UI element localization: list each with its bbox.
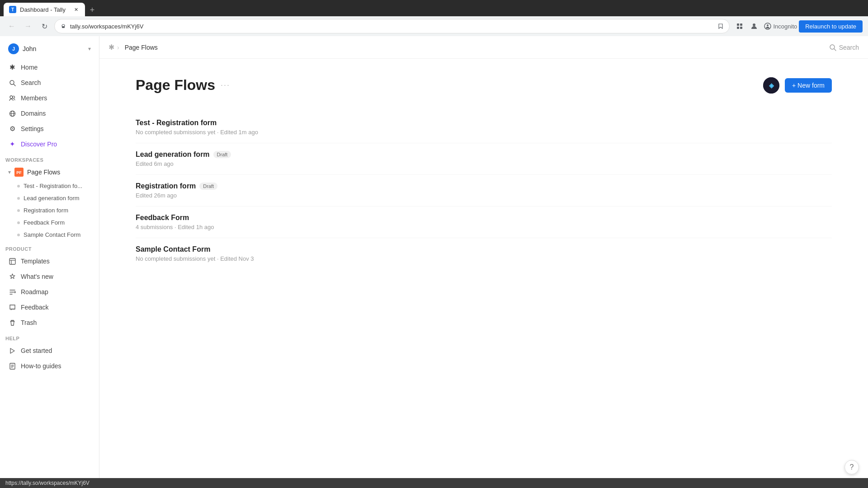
new-tab-button[interactable]: + xyxy=(86,4,99,16)
user-name: John xyxy=(23,45,85,52)
svg-rect-3 xyxy=(62,26,65,28)
sidebar-item-label: Search xyxy=(21,79,91,86)
breadcrumb-current[interactable]: Page Flows xyxy=(122,42,160,52)
reload-button[interactable]: ↻ xyxy=(38,20,51,33)
sidebar-form-lead-gen[interactable]: Lead generation form xyxy=(3,192,96,204)
form-name: Feedback Form xyxy=(136,214,189,222)
form-item-title-row: Sample Contact Form xyxy=(136,245,832,253)
workspaces-section-label: Workspaces xyxy=(0,152,99,164)
form-indicator xyxy=(17,209,20,212)
feedback-icon xyxy=(8,303,16,311)
form-meta: Edited 6m ago xyxy=(136,160,832,167)
sidebar-item-label: Discover Pro xyxy=(21,141,91,148)
sidebar-item-label: Templates xyxy=(21,258,91,265)
form-indicator xyxy=(17,197,20,200)
nav-bar: ← → ↻ tally.so/workspaces/mKYj6V Incogni… xyxy=(0,16,868,36)
sidebar-item-home[interactable]: ✱ Home xyxy=(3,60,96,75)
sidebar-item-trash[interactable]: Trash xyxy=(3,315,96,330)
svg-rect-7 xyxy=(740,27,742,29)
form-indicator xyxy=(17,185,20,188)
roadmap-icon xyxy=(8,288,16,296)
sidebar-form-test-reg[interactable]: Test - Registration fo... xyxy=(3,180,96,192)
sidebar-item-label: Members xyxy=(21,94,91,102)
workspace-avatar: ◈ xyxy=(763,77,779,94)
sidebar-form-registration[interactable]: Registration form xyxy=(3,205,96,216)
help-button[interactable]: ? xyxy=(844,460,859,474)
bookmark-icon[interactable] xyxy=(717,23,724,29)
sidebar-item-get-started[interactable]: Get started xyxy=(3,343,96,358)
svg-point-23 xyxy=(14,291,15,293)
form-name: Test - Registration form xyxy=(136,119,217,127)
workspace-breadcrumb-icon[interactable]: ✱ xyxy=(108,43,114,52)
form-indicator xyxy=(17,234,20,236)
page-options-button[interactable]: ··· xyxy=(221,80,230,90)
sidebar-item-feedback[interactable]: Feedback xyxy=(3,300,96,314)
header-search[interactable]: Search xyxy=(829,44,859,51)
forward-button[interactable]: → xyxy=(22,20,34,33)
form-meta: Edited 26m ago xyxy=(136,192,832,199)
help-icon: ? xyxy=(850,463,854,471)
workspace-page-flows[interactable]: ▾ PF Page Flows xyxy=(3,165,96,179)
extensions-button[interactable] xyxy=(733,20,746,33)
sidebar-item-search[interactable]: Search xyxy=(3,75,96,90)
form-name: Feedback Form xyxy=(24,219,65,226)
form-item[interactable]: Feedback Form 4 submissions · Edited 1h … xyxy=(136,206,832,238)
sidebar-form-sample-contact[interactable]: Sample Contact Form xyxy=(3,229,96,240)
sidebar-item-label: What's new xyxy=(21,273,91,280)
form-item[interactable]: Registration form Draft Edited 26m ago xyxy=(136,175,832,206)
form-item[interactable]: Sample Contact Form No completed submiss… xyxy=(136,238,832,269)
templates-icon xyxy=(8,257,16,265)
sidebar-item-settings[interactable]: ⚙ Settings xyxy=(3,122,96,136)
status-url: https://tally.so/workspaces/mKYj6V xyxy=(5,480,90,486)
draft-badge: Draft xyxy=(199,183,217,190)
back-button[interactable]: ← xyxy=(5,20,18,33)
relaunch-button[interactable]: Relaunch to update xyxy=(799,20,863,33)
tab-bar: T Dashboard - Tally ✕ + xyxy=(0,0,868,16)
incognito-icon xyxy=(764,23,771,30)
sidebar-item-templates[interactable]: Templates xyxy=(3,254,96,268)
sidebar-item-label: How-to guides xyxy=(21,362,91,370)
form-meta: 4 submissions · Edited 1h ago xyxy=(136,224,832,230)
form-name: Lead generation form xyxy=(24,195,80,202)
sidebar-item-how-to-guides[interactable]: How-to guides xyxy=(3,359,96,373)
form-item[interactable]: Lead generation form Draft Edited 6m ago xyxy=(136,143,832,175)
status-bar: https://tally.so/workspaces/mKYj6V xyxy=(0,478,868,488)
profile-button[interactable] xyxy=(748,20,760,33)
address-bar[interactable]: tally.so/workspaces/mKYj6V xyxy=(54,19,730,33)
main-content: Page Flows ··· ◈ + New form Test - Regis… xyxy=(99,59,868,478)
sidebar-item-label: Home xyxy=(21,64,91,71)
svg-rect-5 xyxy=(740,23,742,26)
sidebar-item-whats-new[interactable]: What's new xyxy=(3,269,96,284)
form-item-title-row: Lead generation form Draft xyxy=(136,150,832,159)
search-icon xyxy=(8,79,16,87)
chevron-down-icon: ▾ xyxy=(88,46,91,52)
svg-text:PF: PF xyxy=(16,170,22,175)
active-tab[interactable]: T Dashboard - Tally ✕ xyxy=(4,3,85,16)
sidebar-item-label: Settings xyxy=(21,125,91,132)
svg-marker-24 xyxy=(10,348,14,353)
trash-icon xyxy=(8,319,16,327)
address-text: tally.so/workspaces/mKYj6V xyxy=(70,23,714,30)
new-form-button[interactable]: + New form xyxy=(785,78,832,93)
members-icon xyxy=(8,94,16,102)
sidebar-item-members[interactable]: Members xyxy=(3,91,96,105)
sidebar-item-domains[interactable]: Domains xyxy=(3,106,96,121)
draft-badge: Draft xyxy=(213,151,231,158)
page-title: Page Flows xyxy=(136,77,215,94)
svg-point-10 xyxy=(767,24,769,26)
user-menu[interactable]: J John ▾ xyxy=(3,40,96,58)
sidebar-item-roadmap[interactable]: Roadmap xyxy=(3,285,96,299)
sidebar-form-feedback[interactable]: Feedback Form xyxy=(3,217,96,228)
domains-icon xyxy=(8,109,16,117)
form-name: Test - Registration fo... xyxy=(24,183,82,189)
form-item[interactable]: Test - Registration form No completed su… xyxy=(136,112,832,143)
form-item-title-row: Feedback Form xyxy=(136,214,832,222)
sidebar-item-discover-pro[interactable]: ✦ Discover Pro xyxy=(3,137,96,151)
svg-rect-6 xyxy=(737,27,739,29)
search-icon xyxy=(829,44,836,51)
app: J John ▾ ✱ Home Search Members Domai xyxy=(0,36,868,478)
tab-close-button[interactable]: ✕ xyxy=(72,6,80,13)
search-label: Search xyxy=(839,44,859,51)
svg-text:◈: ◈ xyxy=(769,82,774,89)
workspace-icon: PF xyxy=(14,168,24,177)
